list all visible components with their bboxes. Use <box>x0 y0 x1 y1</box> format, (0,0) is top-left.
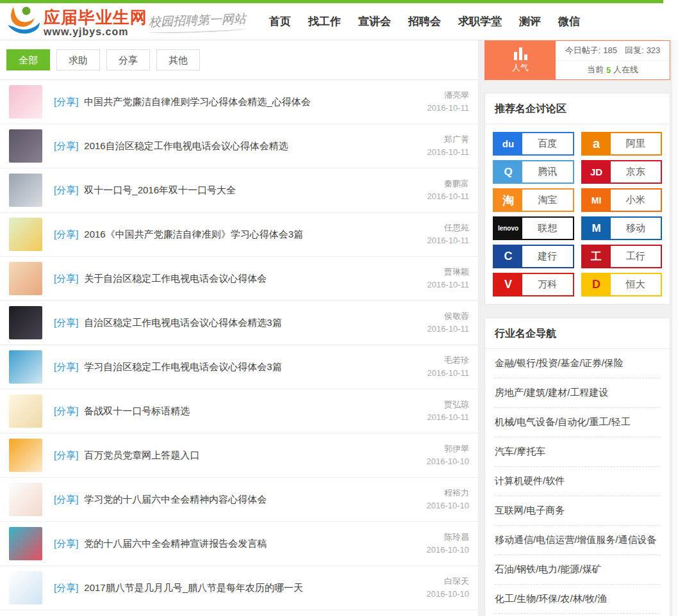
post-tag[interactable]: [分享] <box>54 229 78 239</box>
post-tag[interactable]: [分享] <box>54 450 78 460</box>
industry-item-automotive[interactable]: 汽车/摩托车 <box>495 437 660 467</box>
post-author[interactable]: 陈玲昌 <box>427 531 470 544</box>
ccb-icon: C <box>494 246 522 267</box>
brand-chip-ccb[interactable]: C建行 <box>493 245 574 268</box>
post-tag[interactable]: [分享] <box>54 140 78 151</box>
industry-item-real-estate[interactable]: 房地产/建筑/建材/工程建设 <box>495 378 660 408</box>
post-tag[interactable]: [分享] <box>54 405 78 416</box>
post-avatar[interactable] <box>9 527 42 560</box>
filter-tab-other[interactable]: 其他 <box>156 49 200 70</box>
post-tag[interactable]: [分享] <box>54 184 78 195</box>
post-author[interactable]: 郑广菁 <box>427 133 469 146</box>
post-author[interactable]: 贾弘琼 <box>427 398 469 411</box>
post-avatar[interactable] <box>9 394 42 428</box>
industry-item-computer[interactable]: 计算机硬件/软件 <box>495 467 660 496</box>
brands-panel: 推荐名企讨论区 du百度 a阿里 Q腾讯 JD京东 淘淘宝 MI小米 lenov… <box>484 93 670 305</box>
industry-item-machinery[interactable]: 机械/电气设备/自动化/重工/轻工 <box>495 408 660 437</box>
jd-icon: JD <box>583 161 611 182</box>
brand-chip-baidu[interactable]: du百度 <box>493 132 574 156</box>
brand-chip-vanke[interactable]: V万科 <box>493 273 574 296</box>
post-title[interactable]: 双十一口号_2016年双十一口号大全 <box>84 184 236 195</box>
post-tag[interactable]: [分享] <box>54 361 78 372</box>
post-avatar[interactable] <box>9 262 42 295</box>
post-title[interactable]: 备战双十一口号标语精选 <box>84 405 190 416</box>
industry-item-internet[interactable]: 互联网/电子商务 <box>495 496 660 526</box>
brand-chip-china-mobile[interactable]: M移动 <box>581 216 663 240</box>
post-tag[interactable]: [分享] <box>54 273 78 284</box>
industries-panel-title: 行业名企导航 <box>485 318 670 349</box>
post-tag[interactable]: [分享] <box>54 96 78 107</box>
post-title[interactable]: 中国共产党廉洁自律准则学习心得体会精选_心得体会 <box>84 96 310 107</box>
site-logo[interactable]: 应届毕业生网 www.yjbys.com <box>5 5 147 41</box>
page: 应届毕业生网 www.yjbys.com 校园招聘第一网站 首页 找工作 宣讲会… <box>0 0 678 616</box>
post-avatar[interactable] <box>9 129 42 163</box>
nav-item-job-fair[interactable]: 招聘会 <box>408 14 441 29</box>
nav-item-career-school[interactable]: 求职学堂 <box>458 14 502 29</box>
post-author[interactable]: 曹琳颖 <box>427 266 469 279</box>
scrollbar[interactable] <box>672 40 678 616</box>
post-row: [分享]自治区稳定工作电视电话会议心得体会精选3篇 侯敬蓉2016-10-11 <box>0 301 478 345</box>
nav-item-wechat[interactable]: 微信 <box>558 14 580 29</box>
post-title[interactable]: 学习自治区稳定工作电视电话会议心得体会3篇 <box>84 361 281 372</box>
brand-chip-xiaomi[interactable]: MI小米 <box>581 188 663 212</box>
post-author[interactable]: 秦鹏富 <box>427 177 469 190</box>
post-date: 2016-10-11 <box>427 323 469 336</box>
brand-chip-lenovo[interactable]: lenovo联想 <box>493 216 574 240</box>
nav-item-home[interactable]: 首页 <box>269 14 291 29</box>
post-author[interactable]: 郭伊翠 <box>427 442 470 455</box>
industry-item-energy[interactable]: 石油/钢铁/电力/能源/煤矿 <box>495 555 660 585</box>
post-tag[interactable]: [分享] <box>54 538 78 549</box>
filter-tab-share[interactable]: 分享 <box>106 49 150 70</box>
brand-chip-jd[interactable]: JD京东 <box>581 160 663 184</box>
post-title[interactable]: 2017腊八节是几月几号_腊八节是每年农历的哪一天 <box>84 582 303 593</box>
post-avatar[interactable] <box>9 306 42 339</box>
baidu-icon: du <box>494 133 522 154</box>
post-avatar[interactable] <box>9 571 42 604</box>
post-row: [分享]百万党员党章网上答题入口 郭伊翠2016-10-10 <box>0 434 478 478</box>
post-avatar[interactable] <box>9 350 42 384</box>
brand-chip-tencent[interactable]: Q腾讯 <box>493 160 574 184</box>
brand-chip-taobao[interactable]: 淘淘宝 <box>493 188 574 212</box>
nav-item-find-job[interactable]: 找工作 <box>308 14 341 29</box>
post-avatar[interactable] <box>9 85 42 118</box>
post-author[interactable]: 程裕力 <box>427 487 470 499</box>
post-title[interactable]: 学习党的十八届六中全会精神内容心得体会 <box>84 494 267 505</box>
post-author[interactable]: 潘亮翠 <box>427 89 469 102</box>
filter-tab-help[interactable]: 求助 <box>56 49 100 70</box>
post-row: [分享]学习自治区稳定工作电视电话会议心得体会3篇 毛若珍2016-10-11 <box>0 345 478 389</box>
xiaomi-icon: MI <box>583 190 611 211</box>
online-count: 5 <box>606 65 611 75</box>
post-list-column: 全部 求助 分享 其他 [分享]中国共产党廉洁自律准则学习心得体会精选_心得体会… <box>0 40 478 616</box>
post-title[interactable]: 2016自治区稳定工作电视电话会议心得体会精选 <box>84 140 288 151</box>
online-stats: 当前5人在线 <box>556 61 670 80</box>
taobao-icon: 淘 <box>494 190 522 211</box>
site-header: 应届毕业生网 www.yjbys.com 校园招聘第一网站 首页 找工作 宣讲会… <box>0 3 663 40</box>
post-date: 2016-10-10 <box>427 455 470 468</box>
post-tag[interactable]: [分享] <box>54 317 78 328</box>
brand-chip-evergrande[interactable]: D恒大 <box>581 273 663 296</box>
post-title[interactable]: 2016《中国共产党廉洁自律准则》学习心得体会3篇 <box>84 229 303 239</box>
brand-chip-icbc[interactable]: 工工行 <box>581 245 663 268</box>
nav-item-assessment[interactable]: 测评 <box>519 14 541 29</box>
post-tag[interactable]: [分享] <box>54 582 78 593</box>
post-title[interactable]: 自治区稳定工作电视电话会议心得体会精选3篇 <box>84 317 281 328</box>
industry-item-telecom[interactable]: 移动通信/电信运营/增值服务/通信设备 <box>495 526 660 555</box>
post-avatar[interactable] <box>9 483 42 516</box>
nav-item-info-session[interactable]: 宣讲会 <box>358 14 391 29</box>
industry-item-chemical[interactable]: 化工/生物/环保/农/林/牧/渔 <box>495 585 660 614</box>
popularity-label: 人气 <box>512 62 529 74</box>
post-avatar[interactable] <box>9 439 42 472</box>
post-title[interactable]: 关于自治区稳定工作电视电话会议心得体会 <box>84 273 267 284</box>
post-author[interactable]: 任思苑 <box>427 222 469 234</box>
post-author[interactable]: 白琛天 <box>427 575 470 588</box>
post-author[interactable]: 毛若珍 <box>427 354 469 367</box>
filter-tab-all[interactable]: 全部 <box>6 49 50 70</box>
post-title[interactable]: 党的十八届六中全会精神宣讲报告会发言稿 <box>84 538 267 549</box>
post-avatar[interactable] <box>9 218 42 251</box>
industry-item-finance[interactable]: 金融/银行/投资/基金/证券/保险 <box>495 349 660 378</box>
brand-chip-alibaba[interactable]: a阿里 <box>581 132 663 156</box>
post-avatar[interactable] <box>9 174 42 207</box>
post-author[interactable]: 侯敬蓉 <box>427 310 469 323</box>
post-title[interactable]: 百万党员党章网上答题入口 <box>84 450 199 460</box>
post-tag[interactable]: [分享] <box>54 494 78 505</box>
